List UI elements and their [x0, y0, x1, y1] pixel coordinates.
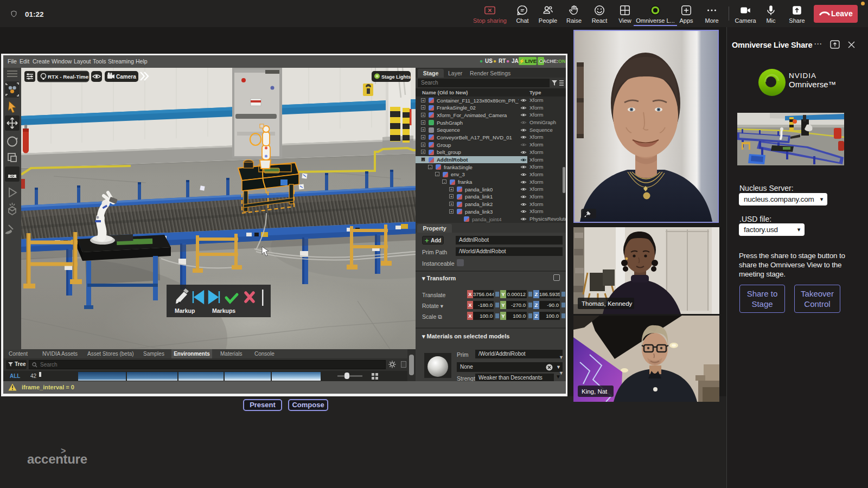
- svg-text:King, Nat: King, Nat: [582, 388, 608, 395]
- svg-text:Markups: Markups: [212, 307, 235, 314]
- svg-text:Markup: Markup: [175, 307, 195, 314]
- svg-text:Camera: Camera: [116, 74, 136, 80]
- svg-text:Stage Lights: Stage Lights: [381, 74, 411, 80]
- svg-text:RTX - Real-Time: RTX - Real-Time: [48, 74, 88, 80]
- svg-text:Thomas, Kennedy: Thomas, Kennedy: [582, 300, 633, 307]
